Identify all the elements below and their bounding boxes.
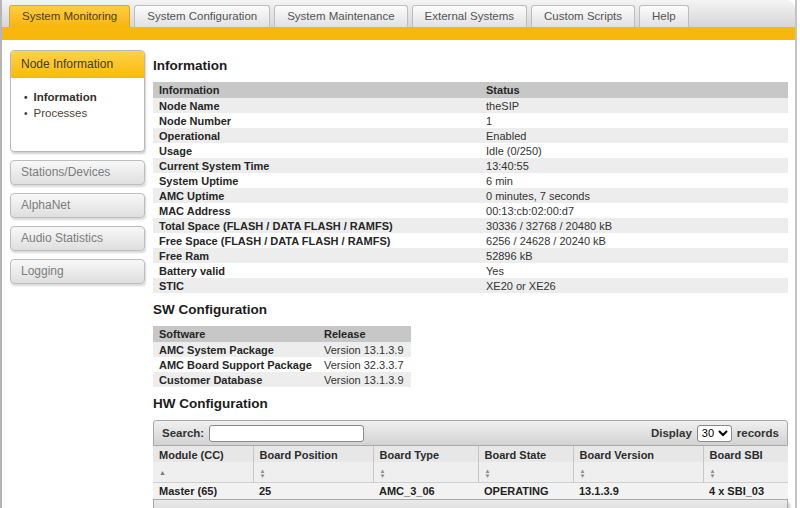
table-header-row: Software Release bbox=[153, 326, 411, 342]
info-label: Free Ram bbox=[153, 248, 480, 263]
info-value: 00:13:cb:02:00:d7 bbox=[480, 203, 788, 218]
tab-system-monitoring[interactable]: System Monitoring bbox=[9, 5, 130, 27]
sidebar-item-stations-devices[interactable]: Stations/Devices bbox=[10, 160, 145, 185]
section-title-information: Information bbox=[153, 58, 788, 73]
info-value: XE20 or XE26 bbox=[480, 278, 788, 293]
display-label: Display bbox=[651, 427, 692, 439]
info-label: Operational bbox=[153, 128, 480, 143]
column-header-release: Release bbox=[318, 326, 411, 342]
section-title-hw-configuration: HW Configuration bbox=[153, 396, 788, 411]
info-label: STIC bbox=[153, 278, 480, 293]
section-title-sw-configuration: SW Configuration bbox=[153, 302, 788, 317]
sw-value: Version 13.1.3.9 bbox=[318, 342, 411, 357]
bullet-icon: • bbox=[24, 92, 28, 103]
info-label: System Uptime bbox=[153, 173, 480, 188]
table-row: AMC Board Support PackageVersion 32.3.3.… bbox=[153, 357, 411, 372]
hw-cell-board-sbi: 4 x SBI_03 bbox=[703, 483, 788, 500]
column-header-board-position[interactable]: Board Position bbox=[253, 446, 373, 462]
info-label: Battery valid bbox=[153, 263, 480, 278]
column-header-status: Status bbox=[480, 82, 788, 98]
column-header-board-type[interactable]: Board Type bbox=[373, 446, 478, 462]
records-per-page-select[interactable]: 30 bbox=[697, 425, 732, 442]
sw-configuration-table: Software Release AMC System PackageVersi… bbox=[153, 326, 411, 387]
info-label: Node Number bbox=[153, 113, 480, 128]
tab-custom-scripts[interactable]: Custom Scripts bbox=[531, 5, 635, 27]
table-row: STICXE20 or XE26 bbox=[153, 278, 788, 293]
tab-help[interactable]: Help bbox=[639, 5, 689, 27]
bullet-icon: • bbox=[24, 108, 28, 119]
records-label: records bbox=[737, 427, 779, 439]
search-input[interactable] bbox=[209, 425, 364, 442]
info-label: Usage bbox=[153, 143, 480, 158]
tab-external-systems[interactable]: External Systems bbox=[412, 5, 527, 27]
sort-both-icon: ▲▼ bbox=[485, 469, 491, 478]
sidebar-subitem-information[interactable]: • Information bbox=[24, 91, 138, 103]
hw-configuration-datatable: Search: Display 30 records bbox=[153, 420, 788, 508]
table-row: Current System Time13:40:55 bbox=[153, 158, 788, 173]
hw-table: Module (CC) Board Position Board Type Bo… bbox=[153, 446, 788, 500]
sidebar-subitem-label: Processes bbox=[34, 107, 88, 119]
hw-header-row: Module (CC) Board Position Board Type Bo… bbox=[153, 446, 788, 462]
sidebar-item-alphanet[interactable]: AlphaNet bbox=[10, 193, 145, 218]
sidebar-subitem-processes[interactable]: • Processes bbox=[24, 107, 138, 119]
tab-system-configuration[interactable]: System Configuration bbox=[134, 5, 270, 27]
table-row: Battery validYes bbox=[153, 263, 788, 278]
info-label: Current System Time bbox=[153, 158, 480, 173]
table-row: Customer DatabaseVersion 13.1.3.9 bbox=[153, 372, 411, 387]
column-header-module-cc[interactable]: Module (CC) bbox=[153, 446, 253, 462]
table-row: MAC Address00:13:cb:02:00:d7 bbox=[153, 203, 788, 218]
column-header-board-state[interactable]: Board State bbox=[478, 446, 573, 462]
table-header-row: Information Status bbox=[153, 82, 788, 98]
sw-label: Customer Database bbox=[153, 372, 318, 387]
info-label: Node Name bbox=[153, 98, 480, 113]
info-value: Idle (0/250) bbox=[480, 143, 788, 158]
information-table: Information Status Node NametheSIP Node … bbox=[153, 82, 788, 293]
sw-value: Version 32.3.3.7 bbox=[318, 357, 411, 372]
table-row: Node NametheSIP bbox=[153, 98, 788, 113]
sidebar-subnav: • Information • Processes bbox=[11, 78, 144, 151]
table-row: Free Space (FLASH / DATA FLASH / RAMFS)6… bbox=[153, 233, 788, 248]
hw-cell-module: Master (65) bbox=[153, 483, 253, 500]
sidebar-item-audio-statistics[interactable]: Audio Statistics bbox=[10, 226, 145, 251]
sidebar-panel-node-information: Node Information • Information • Process… bbox=[10, 50, 145, 152]
hw-cell-board-state: OPERATING bbox=[478, 483, 573, 500]
info-value: 0 minutes, 7 seconds bbox=[480, 188, 788, 203]
app-window: System Monitoring System Configuration S… bbox=[0, 0, 797, 508]
info-value: Yes bbox=[480, 263, 788, 278]
search-label: Search: bbox=[162, 427, 204, 439]
sort-both-icon: ▲▼ bbox=[580, 469, 586, 478]
hw-sort-row: ▲ ▲▼ ▲▼ ▲▼ ▲▼ ▲▼ bbox=[153, 462, 788, 483]
sidebar-item-logging[interactable]: Logging bbox=[10, 259, 145, 284]
sidebar-item-node-information[interactable]: Node Information bbox=[11, 51, 144, 78]
info-label: Total Space (FLASH / DATA FLASH / RAMFS) bbox=[153, 218, 480, 233]
sort-both-icon: ▲▼ bbox=[380, 469, 386, 478]
info-value: 6 min bbox=[480, 173, 788, 188]
top-tab-bar: System Monitoring System Configuration S… bbox=[2, 0, 795, 27]
tab-system-maintenance[interactable]: System Maintenance bbox=[274, 5, 407, 27]
table-row: System Uptime6 min bbox=[153, 173, 788, 188]
info-value: 52896 kB bbox=[480, 248, 788, 263]
column-header-information: Information bbox=[153, 82, 480, 98]
sw-value: Version 13.1.3.9 bbox=[318, 372, 411, 387]
info-label: Free Space (FLASH / DATA FLASH / RAMFS) bbox=[153, 233, 480, 248]
info-value: Enabled bbox=[480, 128, 788, 143]
datatable-toolbar: Search: Display 30 records bbox=[153, 420, 788, 446]
hw-cell-board-type: AMC_3_06 bbox=[373, 483, 478, 500]
table-row: AMC System PackageVersion 13.1.3.9 bbox=[153, 342, 411, 357]
table-row: OperationalEnabled bbox=[153, 128, 788, 143]
column-header-software: Software bbox=[153, 326, 318, 342]
accent-bar bbox=[2, 27, 795, 40]
main-content: Information Information Status Node Name… bbox=[153, 50, 788, 508]
table-row: AMC Uptime0 minutes, 7 seconds bbox=[153, 188, 788, 203]
hw-cell-board-position: 25 bbox=[253, 483, 373, 500]
hw-cell-board-version: 13.1.3.9 bbox=[573, 483, 703, 500]
table-row: Total Space (FLASH / DATA FLASH / RAMFS)… bbox=[153, 218, 788, 233]
column-header-board-sbi[interactable]: Board SBI bbox=[703, 446, 788, 462]
hw-table-row: Master (65) 25 AMC_3_06 OPERATING 13.1.3… bbox=[153, 483, 788, 500]
info-label: AMC Uptime bbox=[153, 188, 480, 203]
table-row: Node Number1 bbox=[153, 113, 788, 128]
column-header-board-version[interactable]: Board Version bbox=[573, 446, 703, 462]
sort-asc-icon: ▲ bbox=[159, 469, 166, 476]
info-value: theSIP bbox=[480, 98, 788, 113]
info-label: MAC Address bbox=[153, 203, 480, 218]
